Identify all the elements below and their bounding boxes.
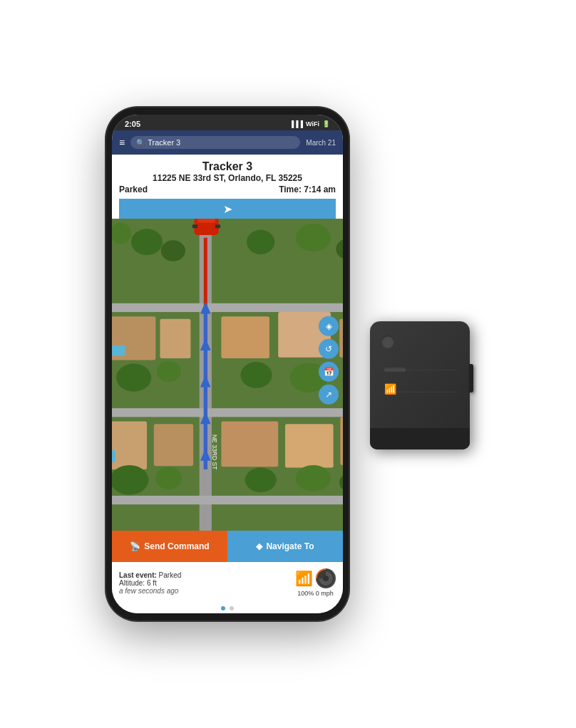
svg-text:NE 33RD ST: NE 33RD ST: [211, 435, 218, 470]
tracker-status-row: Parked Time: 7:14 am: [119, 183, 336, 196]
phone: 2:05 ▐▐▐ WiFi 🔋 ≡ 🔍 Tracker 3 March 21: [106, 108, 349, 620]
svg-point-53: [323, 576, 329, 581]
search-bar[interactable]: 🔍 Tracker 3: [130, 136, 300, 149]
speed-gauge: [316, 568, 336, 588]
device-wifi-icon: 📶: [384, 383, 396, 395]
time-ago: a few seconds ago: [119, 587, 181, 595]
device-side-button: [469, 364, 473, 392]
svg-point-17: [296, 224, 331, 251]
svg-rect-36: [340, 417, 343, 465]
altitude-value: 6 ft: [147, 579, 157, 587]
svg-point-37: [245, 468, 277, 492]
svg-point-12: [161, 240, 185, 261]
tracker-time: Time: 7:14 am: [279, 184, 336, 194]
last-event-value: Parked: [159, 571, 182, 579]
bottom-info-left: Last event: Parked Altitude: 6 ft a few …: [119, 571, 181, 595]
svg-rect-31: [112, 450, 115, 462]
signal-icon: ▐▐▐: [289, 120, 303, 128]
svg-rect-21: [112, 345, 125, 356]
wifi-status-icon: WiFi: [306, 120, 319, 128]
svg-rect-3: [112, 303, 343, 312]
phone-screen: 2:05 ▐▐▐ WiFi 🔋 ≡ 🔍 Tracker 3 March 21: [112, 115, 343, 613]
svg-point-22: [116, 363, 151, 391]
status-time: 2:05: [125, 120, 140, 128]
svg-point-27: [240, 362, 272, 388]
device-bottom-edge: [370, 428, 470, 449]
status-icons: ▐▐▐ WiFi 🔋: [289, 120, 330, 128]
svg-rect-30: [154, 424, 193, 466]
svg-rect-4: [112, 408, 343, 417]
altitude-label: Altitude:: [119, 579, 145, 587]
signal-stats-row: 📶: [295, 568, 336, 588]
tracker-status: Parked: [119, 184, 148, 194]
layers-button[interactable]: ◈: [319, 316, 339, 336]
svg-rect-49: [192, 224, 197, 228]
gps-device: 📶: [370, 321, 470, 449]
stats-label: 100% 0 mph: [297, 590, 334, 597]
svg-rect-35: [285, 424, 334, 467]
calendar-button[interactable]: 📅: [319, 362, 339, 382]
navigate-icon: ◈: [256, 541, 262, 551]
page-dot-2[interactable]: [230, 606, 234, 610]
time-value: 7:14 am: [304, 184, 336, 194]
send-command-icon: 📡: [130, 541, 140, 551]
svg-rect-34: [221, 422, 278, 467]
altitude-row: Altitude: 6 ft: [119, 579, 181, 587]
device-button-top: [381, 336, 394, 348]
nav-strip[interactable]: ➤: [119, 199, 336, 219]
share-button[interactable]: ↗: [319, 385, 339, 405]
header-date: March 21: [306, 139, 336, 147]
svg-point-16: [247, 230, 274, 254]
last-event-label: Last event:: [119, 571, 157, 579]
time-label: Time:: [279, 184, 302, 194]
device-line-2: [383, 392, 457, 392]
navigate-arrow-icon: ➤: [223, 202, 232, 216]
search-icon: 🔍: [136, 139, 145, 147]
search-text: Tracker 3: [148, 138, 180, 147]
scene: 2:05 ▐▐▐ WiFi 🔋 ≡ 🔍 Tracker 3 March 21: [0, 0, 576, 728]
send-command-label: Send Command: [144, 541, 209, 551]
tracker-name: Tracker 3: [119, 160, 336, 173]
map-area: NE 33RD ST Tracker 3 11225 NE 33rd ST, O…: [112, 155, 343, 531]
info-card: Tracker 3 11225 NE 33rd ST, Orlando, FL …: [112, 155, 343, 219]
page-dot-1[interactable]: [221, 606, 225, 610]
action-bar: 📡 Send Command ◈ Navigate To: [112, 531, 343, 562]
wifi-icon: 📶: [295, 570, 313, 587]
bottom-info-right: 📶 100% 0 mph: [295, 568, 336, 597]
svg-point-23: [157, 361, 181, 382]
page-dots: [112, 603, 343, 613]
tracker-address: 11225 NE 33rd ST, Orlando, FL 35225: [119, 173, 336, 183]
refresh-button[interactable]: ↺: [319, 339, 339, 359]
last-event-row: Last event: Parked: [119, 571, 181, 579]
device-icons-row: 📶: [384, 383, 456, 395]
svg-rect-26: [339, 319, 343, 358]
gauge-svg: [316, 568, 336, 588]
svg-rect-29: [112, 422, 147, 470]
svg-rect-5: [112, 496, 343, 504]
svg-rect-50: [215, 224, 220, 228]
bottom-info: Last event: Parked Altitude: 6 ft a few …: [112, 562, 343, 603]
svg-point-38: [296, 465, 331, 492]
status-bar: 2:05 ▐▐▐ WiFi 🔋: [112, 115, 343, 130]
app-header: ≡ 🔍 Tracker 3 March 21: [112, 130, 343, 155]
device-line-1: [383, 370, 457, 370]
svg-point-33: [155, 467, 182, 489]
battery-status-icon: 🔋: [322, 120, 330, 128]
navigate-to-label: Navigate To: [266, 541, 314, 551]
map-action-buttons: ◈ ↺ 📅 ↗: [319, 316, 339, 405]
svg-rect-24: [221, 316, 269, 358]
svg-point-32: [112, 465, 148, 495]
device-label-area: 📶: [384, 360, 456, 395]
hamburger-menu-icon[interactable]: ≡: [119, 137, 125, 148]
send-command-button[interactable]: 📡 Send Command: [112, 531, 227, 562]
navigate-to-button[interactable]: ◈ Navigate To: [227, 531, 343, 562]
svg-point-10: [131, 229, 163, 255]
svg-rect-20: [160, 319, 190, 358]
